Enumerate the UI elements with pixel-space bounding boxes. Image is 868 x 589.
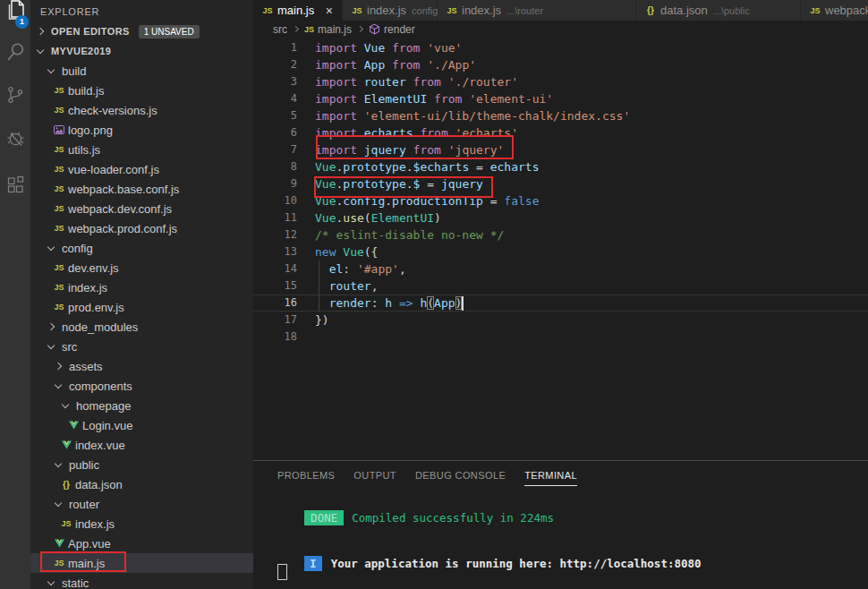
open-editors-label: OPEN EDITORS — [51, 26, 130, 37]
line-number: 3 — [253, 73, 297, 90]
tree-item-label: utils.js — [68, 143, 100, 157]
code-line[interactable]: 12/* eslint-disable no-new */ — [253, 226, 868, 243]
tree-item-components[interactable]: components — [30, 376, 253, 396]
source-control-icon — [5, 85, 25, 108]
tab-index-js[interactable]: JSindex.js...\router — [438, 0, 636, 21]
line-number: 13 — [253, 243, 297, 260]
tree-item-label: webpack.base.conf.js — [68, 183, 179, 196]
tab-label: webpack.dev — [825, 4, 868, 17]
bottom-panel: PROBLEMSOUTPUTDEBUG CONSOLETERMINAL DONE… — [253, 460, 868, 589]
panel-tab-terminal[interactable]: TERMINAL — [524, 470, 577, 486]
code-line[interactable]: 6import echarts from 'echarts' — [253, 124, 868, 141]
tree-item-webpack-dev-conf-js[interactable]: JSwebpack.dev.conf.js — [30, 199, 253, 218]
code-line[interactable]: 14 el: '#app', — [253, 260, 868, 277]
activity-debug-button[interactable] — [0, 122, 30, 158]
code-line[interactable]: 15 router, — [253, 277, 868, 294]
activity-extensions-button[interactable] — [0, 168, 30, 204]
open-editors-header[interactable]: OPEN EDITORS1 UNSAVED — [30, 21, 253, 41]
tree-item-webpack-base-conf-js[interactable]: JSwebpack.base.conf.js — [30, 179, 253, 199]
code-line[interactable]: 11Vue.use(ElementUI) — [253, 209, 868, 226]
code-line[interactable]: 13new Vue({ — [253, 243, 868, 260]
tree-item-label: data.json — [75, 478, 123, 491]
line-number: 14 — [253, 260, 297, 277]
tree-item-utils-js[interactable]: JSutils.js — [30, 140, 253, 159]
tree-item-config[interactable]: config — [30, 238, 253, 258]
chevron-down-icon — [47, 65, 55, 73]
code-line[interactable]: 7import jquery from 'jquery' — [253, 141, 868, 158]
code-text: el: '#app', — [297, 260, 406, 277]
tree-item-assets[interactable]: assets — [30, 356, 253, 376]
tree-item-label: public — [69, 458, 99, 472]
tab-data-json[interactable]: {}data.json...\public — [636, 0, 801, 21]
code-line[interactable]: 3import router from './router' — [253, 73, 868, 90]
code-line[interactable]: 16 render: h => h(App) — [253, 294, 868, 312]
activity-search-button[interactable] — [0, 36, 30, 72]
activity-badge: 1 — [15, 15, 29, 29]
project-root-header[interactable]: MYVUE2019 — [30, 41, 253, 61]
breadcrumb-item-main-js[interactable]: JSmain.js — [304, 23, 352, 36]
tree-item-logo-png[interactable]: logo.png — [30, 120, 253, 140]
tree-item-app-vue[interactable]: App.vue — [30, 534, 253, 553]
activity-source-control-button[interactable] — [0, 79, 30, 115]
tree-item-label: webpack.dev.conf.js — [68, 202, 172, 216]
code-line[interactable]: 8Vue.prototype.$echarts = echarts — [253, 158, 868, 175]
chevron-right-icon — [47, 323, 55, 330]
tree-item-prod-env-js[interactable]: JSprod.env.js — [30, 297, 253, 317]
tree-item-src[interactable]: src — [30, 337, 253, 356]
tree-item-label: Login.vue — [82, 419, 132, 432]
line-number: 6 — [253, 124, 297, 141]
code-line[interactable]: 4import ElementUI from 'element-ui' — [253, 90, 868, 107]
code-text: router, — [297, 277, 378, 294]
debug-icon — [5, 128, 26, 152]
tree-item-dev-env-js[interactable]: JSdev.env.js — [30, 258, 253, 277]
tree-item-node-modules[interactable]: node_modules — [30, 317, 253, 337]
extensions-icon — [5, 175, 25, 198]
tree-item-static[interactable]: static — [30, 573, 253, 589]
tab-main-js[interactable]: JSmain.js× — [253, 0, 343, 21]
js-icon: JS — [810, 6, 821, 15]
tree-item-build[interactable]: build — [30, 61, 253, 81]
terminal-running-line[interactable]: IYour application is running here: http:… — [277, 543, 702, 584]
tree-item-webpack-prod-conf-js[interactable]: JSwebpack.prod.conf.js — [30, 218, 253, 238]
tree-item-label: check-versions.js — [68, 104, 157, 117]
tree-item-label: node_modules — [62, 320, 138, 334]
panel-tab-problems[interactable]: PROBLEMS — [277, 470, 335, 486]
tree-item-check-versions-js[interactable]: JScheck-versions.js — [30, 100, 253, 120]
line-number: 17 — [253, 312, 297, 329]
activity-bar: 1 — [0, 0, 30, 589]
tree-item-index-js[interactable]: JSindex.js — [30, 277, 253, 297]
tree-item-homepage[interactable]: homepage — [30, 396, 253, 415]
tree-item-router[interactable]: router — [30, 494, 253, 514]
tree-item-index-vue[interactable]: index.vue — [30, 435, 253, 455]
tree-item-build-js[interactable]: JSbuild.js — [30, 81, 253, 100]
code-editor[interactable]: 1import Vue from 'vue'2import App from '… — [253, 38, 868, 346]
code-line[interactable]: 10Vue.config.productionTip = false — [253, 192, 868, 209]
code-line[interactable]: 5import 'element-ui/lib/theme-chalk/inde… — [253, 107, 868, 124]
code-line[interactable]: 2import App from './App' — [253, 56, 868, 73]
panel-tab-debug-console[interactable]: DEBUG CONSOLE — [415, 470, 506, 486]
activity-explorer-button[interactable]: 1 — [0, 0, 30, 30]
tree-item-main-js[interactable]: JSmain.js — [30, 553, 253, 573]
code-line[interactable]: 9Vue.prototype.$ = jquery — [253, 175, 868, 192]
breadcrumb-item-render[interactable]: render — [369, 23, 415, 36]
tree-item-login-vue[interactable]: Login.vue — [30, 415, 253, 435]
code-line[interactable]: 17}) — [253, 312, 868, 329]
tree-item-label: index.vue — [75, 439, 125, 452]
tree-item-label: main.js — [68, 557, 105, 570]
code-line[interactable]: 1import Vue from 'vue' — [253, 39, 868, 56]
tree-item-vue-loader-conf-js[interactable]: JSvue-loader.conf.js — [30, 159, 253, 179]
panel-tab-output[interactable]: OUTPUT — [353, 470, 396, 486]
js-icon: JS — [54, 184, 64, 193]
code-line[interactable]: 18 — [253, 329, 868, 346]
breadcrumb-label: src — [273, 23, 287, 36]
tab-index-js[interactable]: JSindex.jsconfig● — [343, 0, 438, 21]
tree-item-public[interactable]: public — [30, 455, 253, 474]
tree-item-label: router — [69, 498, 99, 511]
tree-item-data-json[interactable]: {}data.json — [30, 474, 253, 494]
close-icon[interactable]: × — [326, 4, 333, 17]
breadcrumb-item-src[interactable]: src — [273, 23, 287, 36]
chevron-down-icon — [47, 577, 55, 585]
tab-description: ...\router — [506, 5, 543, 16]
tree-item-index-js[interactable]: JSindex.js — [30, 514, 253, 534]
tab-webpack-dev[interactable]: JSwebpack.dev — [801, 0, 868, 21]
